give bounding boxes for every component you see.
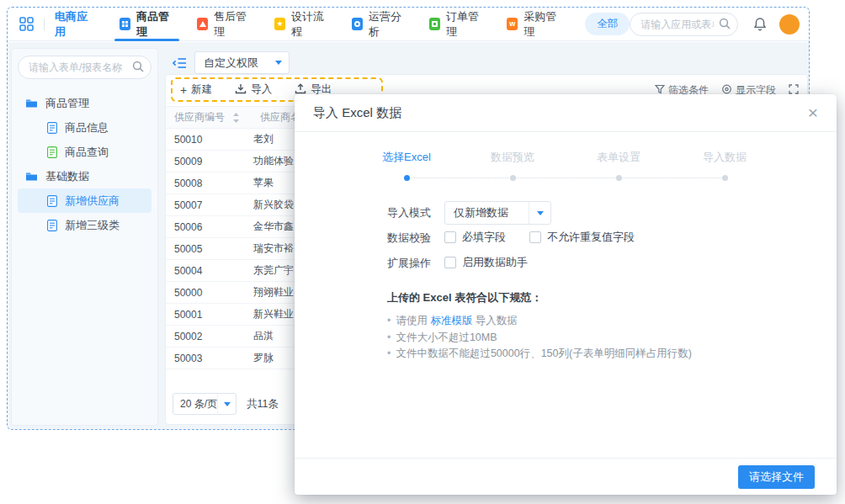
page-size-dropdown[interactable]: 20 条/页 (173, 393, 236, 415)
folder-label: 基础数据 (45, 169, 89, 184)
checkbox-label: 不允许重复值字段 (547, 230, 635, 245)
all-apps-pill[interactable]: 全部 (585, 13, 630, 35)
chevron-down-icon (217, 394, 236, 414)
document-icon (47, 146, 57, 158)
rule-text: 文件大小不超过10MB (396, 330, 497, 347)
import-button[interactable]: 导入 (235, 82, 272, 97)
nav-tab-4[interactable]: 运营分析 (352, 8, 407, 41)
new-record-button[interactable]: + 新建 (180, 82, 212, 97)
extension-row: 扩展操作 启用数据助手 (387, 252, 837, 275)
checkbox[interactable] (529, 231, 541, 243)
sidebar-item-label: 新增三级类 (65, 218, 120, 233)
new-record-label: 新建 (191, 82, 212, 97)
nav-tab-label: 商品管理 (136, 9, 174, 40)
pagination: 20 条/页 共11条 (173, 393, 279, 415)
import-mode-dropdown[interactable]: 仅新增数据 (444, 201, 551, 225)
upload-rule-1: •请使用 标准模版 导入数据 (387, 313, 837, 330)
nav-tab-1[interactable]: 商品管理 (120, 8, 174, 41)
extension-option-1[interactable]: 启用数据助手 (444, 255, 528, 270)
top-navbar: 电商应用 商品管理售后管理★设计流程运营分析订单管理w采购管理 全部 (8, 8, 809, 41)
plus-icon: + (180, 85, 187, 95)
search-icon[interactable] (132, 61, 144, 76)
nav-home-label[interactable]: 电商应用 (55, 9, 94, 40)
nav-tabs: 商品管理售后管理★设计流程运营分析订单管理w采购管理 (120, 8, 561, 41)
close-icon[interactable]: × (808, 104, 818, 121)
sidebar-item-label: 商品查询 (65, 145, 109, 160)
bullet-icon: • (387, 330, 391, 347)
cell-supplier-name: 功能体验 (253, 154, 294, 168)
notifications-bell-icon[interactable] (753, 17, 767, 31)
validation-options: 必填字段不允许重复值字段 (444, 230, 635, 247)
nav-tab-label: 运营分析 (369, 9, 407, 40)
validation-option-2[interactable]: 不允许重复值字段 (529, 230, 635, 245)
import-step-3: 表单设置 (566, 150, 672, 181)
cell-supplier-name: 新兴胶袋 (253, 198, 294, 212)
cell-supplier-name: 苹果 (253, 176, 274, 190)
import-mode-label: 导入模式 (387, 205, 438, 220)
nav-tab-label: 采购管理 (523, 9, 561, 40)
import-step-2: 数据预览 (460, 150, 566, 181)
cell-supplier-name: 瑞安市裕 (253, 241, 294, 256)
choose-file-button[interactable]: 请选择文件 (738, 465, 815, 489)
sidebar-item-5[interactable]: 新增供应商 (18, 188, 151, 213)
form-tree: 商品管理商品信息商品查询基础数据新增供应商新增三级类 (18, 91, 151, 237)
cell-supplier-id: 50007 (166, 199, 246, 211)
chevron-down-icon (268, 52, 289, 73)
cell-supplier-name: 金华市鑫 (253, 220, 294, 234)
nav-tab-5[interactable]: 订单管理 (429, 8, 484, 41)
nav-tab-2[interactable]: 售后管理 (197, 8, 252, 41)
modal-title: 导入 Excel 数据 (313, 105, 401, 121)
import-mode-value: 仅新增数据 (445, 205, 529, 220)
upload-rules-title: 上传的 Excel 表符合以下规范： (387, 290, 837, 305)
nav-tab-6[interactable]: w采购管理 (507, 8, 561, 41)
sidebar-item-label: 商品信息 (65, 120, 109, 135)
checkbox[interactable] (444, 231, 456, 243)
data-validation-row: 数据校验 必填字段不允许重复值字段 (387, 226, 837, 250)
permission-view-value: 自定义权限 (195, 56, 268, 71)
page-size-value: 20 条/页 (173, 397, 217, 411)
modal-body: 导入模式 仅新增数据 数据校验 必填字段不允许重复值字段 扩展操作 启用数据助手… (295, 201, 837, 363)
forms-sidebar: 商品管理商品信息商品查询基础数据新增供应商新增三级类 (11, 48, 158, 426)
user-avatar[interactable] (779, 14, 800, 34)
sidebar-item-3[interactable]: 商品查询 (18, 140, 151, 164)
standard-template-link[interactable]: 标准模版 (430, 315, 472, 326)
total-count-label: 共11条 (247, 397, 279, 411)
extension-label: 扩展操作 (387, 256, 438, 271)
checkbox[interactable] (444, 257, 456, 268)
cell-supplier-id: 50008 (166, 178, 246, 189)
collapse-sidebar-icon[interactable] (173, 56, 187, 70)
cell-supplier-id: 50002 (166, 331, 246, 342)
sidebar-item-2[interactable]: 商品信息 (18, 115, 151, 140)
cell-supplier-id: 50003 (166, 353, 246, 364)
upload-rule-2: •文件大小不超过10MB (387, 330, 837, 347)
permission-view-dropdown[interactable]: 自定义权限 (194, 51, 290, 74)
bullet-icon: • (387, 346, 391, 363)
column-header-supplier-id[interactable]: 供应商编号 (166, 110, 232, 125)
document-icon (47, 122, 57, 134)
sidebar-folder-1[interactable]: 商品管理 (18, 91, 151, 115)
sidebar-folder-4[interactable]: 基础数据 (18, 164, 151, 188)
validation-option-1[interactable]: 必填字段 (444, 230, 506, 245)
nav-tab-3[interactable]: ★设计流程 (274, 8, 329, 41)
cell-supplier-id: 50004 (166, 265, 246, 277)
search-icon[interactable] (719, 18, 731, 33)
cell-supplier-name: 罗脉 (253, 351, 274, 365)
sort-icon[interactable] (232, 112, 240, 124)
app-tab-icon: ★ (274, 18, 285, 30)
step-dot (616, 175, 622, 181)
import-step-1: 选择Excel (353, 150, 460, 181)
bullet-icon: • (387, 313, 391, 330)
cell-supplier-name: 品淇 (253, 329, 274, 343)
sidebar-item-label: 新增供应商 (65, 194, 120, 209)
app-tab-icon: w (507, 18, 518, 30)
screenshot-canvas: 电商应用 商品管理售后管理★设计流程运营分析订单管理w采购管理 全部 (0, 0, 845, 504)
rule-text: 请使用 标准模版 导入数据 (396, 313, 517, 330)
nav-divider (44, 19, 45, 30)
view-selector-row: 自定义权限 (173, 51, 290, 74)
apps-grid-icon[interactable] (19, 17, 34, 31)
chevron-down-icon (529, 202, 550, 224)
sidebar-item-6[interactable]: 新增三级类 (18, 213, 151, 237)
step-dot (510, 175, 516, 181)
folder-icon (25, 98, 38, 109)
step-label: 数据预览 (460, 150, 566, 165)
